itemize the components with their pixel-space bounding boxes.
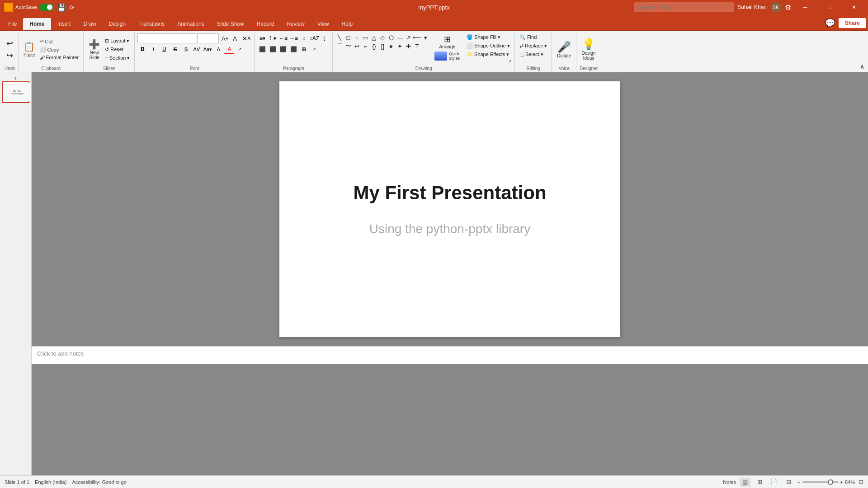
left-arrow-shape[interactable]: ⟵ — [413, 33, 421, 42]
strikethrough-button[interactable]: S — [170, 44, 180, 54]
dictate-button[interactable]: 🎤 Dictate — [555, 40, 573, 59]
rounded-rect-shape[interactable]: ▭ — [361, 33, 369, 42]
search-input[interactable] — [634, 2, 734, 12]
notes-area[interactable]: Click to add notes — [32, 346, 868, 364]
zoom-in-button[interactable]: + — [840, 479, 843, 485]
redo-button[interactable]: ↪ — [5, 50, 15, 61]
slide-thumbnail[interactable]: My FirstPresentation — [2, 81, 29, 103]
diamond-shape[interactable]: ◇ — [378, 33, 387, 42]
view-normal-button[interactable]: ▤ — [740, 478, 750, 487]
underline-button[interactable]: U — [159, 44, 169, 54]
reset-button[interactable]: ↺ Reset — [103, 46, 132, 53]
tab-help[interactable]: Help — [335, 18, 359, 30]
line-shape[interactable]: ╲ — [335, 33, 344, 42]
tab-review[interactable]: Review — [280, 18, 311, 30]
zoom-slider[interactable] — [802, 481, 839, 483]
close-button[interactable]: ✕ — [844, 0, 864, 14]
view-presenter-button[interactable]: ⊟ — [783, 478, 794, 487]
copy-button[interactable]: ⬜ Copy — [38, 46, 80, 53]
align-left-button[interactable]: ⬛ — [257, 44, 267, 54]
textbox-shape[interactable]: T — [413, 42, 421, 50]
quick-styles-button[interactable]: QuickStyles — [432, 51, 462, 61]
increase-font-button[interactable]: A+ — [220, 33, 230, 43]
tab-view[interactable]: View — [311, 18, 335, 30]
minimize-button[interactable]: ─ — [795, 0, 816, 14]
cross-shape[interactable]: ✚ — [404, 42, 412, 50]
increase-indent-button[interactable]: →≡ — [288, 33, 298, 43]
sort-button[interactable]: ↕AZ — [309, 33, 319, 43]
char-spacing-button[interactable]: AV — [192, 44, 202, 54]
connector-shape[interactable]: ↩ — [353, 42, 361, 50]
autosave-toggle[interactable] — [39, 4, 53, 11]
zoom-level[interactable]: 84% — [845, 479, 855, 485]
expand-ribbon-button[interactable]: ∧ — [858, 61, 866, 72]
new-slide-button[interactable]: ➕ NewSlide — [86, 38, 102, 61]
shape-effects-button[interactable]: ✨ Shape Effects ▾ — [465, 51, 512, 58]
section-button[interactable]: ≡ Section ▾ — [103, 54, 132, 62]
font-launcher-button[interactable]: ↗ — [235, 44, 245, 54]
clear-format-button[interactable]: ✕A — [241, 33, 251, 43]
decrease-indent-button[interactable]: ←≡ — [278, 33, 288, 43]
bold-button[interactable]: B — [137, 44, 147, 54]
highlight-color-button[interactable]: A — [213, 44, 223, 54]
maximize-button[interactable]: □ — [819, 0, 840, 14]
tab-draw[interactable]: Draw — [77, 18, 103, 30]
save-button[interactable]: 💾 — [57, 3, 66, 12]
font-size-input[interactable] — [197, 33, 219, 43]
elbow-shape[interactable]: ⌐ — [361, 42, 369, 50]
italic-button[interactable]: I — [148, 44, 158, 54]
decrease-font-button[interactable]: A- — [231, 33, 241, 43]
justify-button[interactable]: ⬛ — [288, 44, 298, 54]
shape-fill-button[interactable]: 🪣 Shape Fill ▾ — [465, 33, 512, 41]
drawing-launcher-button[interactable]: ↗ — [508, 59, 512, 64]
tab-animations[interactable]: Animations — [171, 18, 210, 30]
arrange-button[interactable]: ⊞ Arrange — [432, 33, 462, 50]
undo-history-icon[interactable]: ⟳ — [70, 4, 75, 11]
font-color-button[interactable]: A — [224, 44, 234, 54]
slide-subtitle[interactable]: Using the python-pptx library — [369, 222, 530, 236]
tab-insert[interactable]: Insert — [51, 18, 77, 30]
tab-transitions[interactable]: Transitions — [132, 18, 171, 30]
line2-shape[interactable]: — — [396, 33, 404, 42]
line-spacing-button[interactable]: ↕ — [299, 33, 309, 43]
view-reading-button[interactable]: 📄 — [769, 478, 779, 487]
design-ideas-button[interactable]: 💡 DesignIdeas — [579, 37, 598, 61]
share-button[interactable]: Share — [839, 18, 866, 28]
bullets-button[interactable]: ≡▾ — [257, 33, 267, 43]
tab-slideshow[interactable]: Slide Show — [211, 18, 250, 30]
change-case-button[interactable]: Aa▾ — [203, 44, 212, 54]
hexagon-shape[interactable]: ⬡ — [387, 33, 395, 42]
triangle-shape[interactable]: △ — [370, 33, 378, 42]
slide-title[interactable]: My First Presentation — [353, 182, 546, 204]
comment-icon[interactable]: 💬 — [825, 18, 835, 28]
slide-canvas[interactable]: My First Presentation Using the python-p… — [279, 81, 620, 337]
select-button[interactable]: ⬚ Select ▾ — [518, 51, 545, 58]
smart-art-button[interactable]: ⊞ — [299, 44, 309, 54]
oval-shape[interactable]: ○ — [353, 33, 361, 42]
freeform-shape[interactable]: 〜 — [344, 42, 352, 50]
plus-shape[interactable]: ✦ — [396, 42, 404, 50]
star-shape[interactable]: ★ — [387, 42, 395, 50]
paste-button[interactable]: 📋 Paste — [21, 40, 38, 58]
format-painter-button[interactable]: 🖌 Format Painter — [38, 54, 80, 61]
arrow-shape[interactable]: ↗ — [404, 33, 412, 42]
curve-shape[interactable]: ⌒ — [335, 42, 344, 50]
shadow-button[interactable]: S — [181, 44, 191, 54]
settings-icon[interactable]: ⚙ — [785, 3, 791, 12]
columns-button[interactable]: ⫿ — [320, 33, 330, 43]
brace-shape[interactable]: {} — [370, 42, 378, 50]
fit-to-window-button[interactable]: ⊡ — [859, 479, 863, 485]
align-right-button[interactable]: ⬛ — [278, 44, 288, 54]
zoom-out-button[interactable]: − — [797, 479, 800, 485]
replace-button[interactable]: ⇄ Replace ▾ — [518, 42, 549, 50]
notes-button[interactable]: Notes — [723, 479, 736, 485]
align-center-button[interactable]: ⬛ — [268, 44, 278, 54]
find-button[interactable]: 🔍 Find — [518, 33, 538, 41]
view-slide-sorter-button[interactable]: ⊞ — [754, 478, 765, 487]
font-name-input[interactable] — [137, 33, 196, 43]
para-launcher-button[interactable]: ↗ — [309, 44, 319, 54]
tab-record[interactable]: Record — [250, 18, 281, 30]
more-shapes-button[interactable]: ▾ — [421, 33, 429, 42]
shape-outline-button[interactable]: ⬜ Shape Outline ▾ — [465, 42, 512, 50]
bracket-shape[interactable]: [] — [378, 42, 387, 50]
